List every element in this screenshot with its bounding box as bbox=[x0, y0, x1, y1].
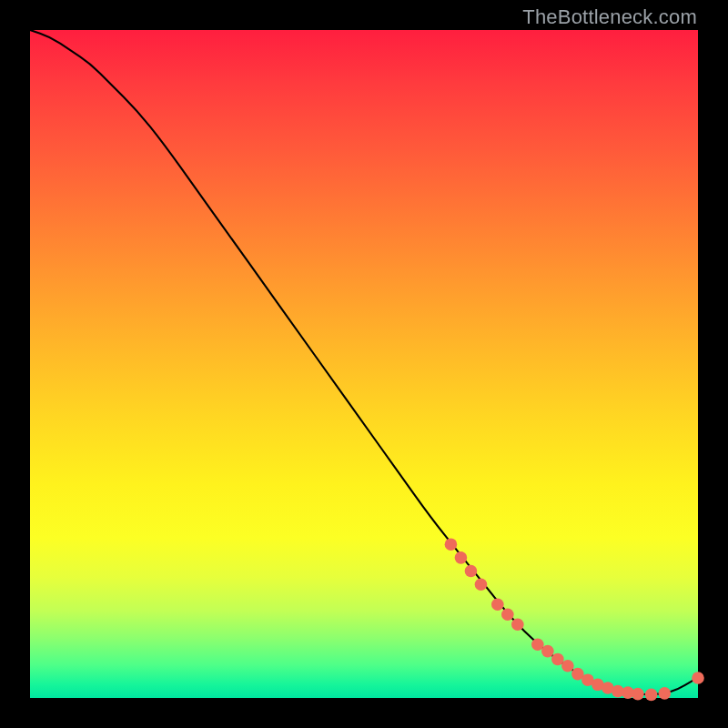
curve-marker bbox=[659, 687, 672, 700]
curve-marker bbox=[475, 578, 488, 591]
chart-svg-layer bbox=[30, 30, 698, 698]
curve-marker bbox=[632, 688, 644, 701]
curve-marker bbox=[511, 618, 524, 631]
curve-marker bbox=[491, 598, 504, 611]
curve-markers bbox=[445, 538, 704, 701]
curve-marker bbox=[455, 551, 468, 564]
curve-marker bbox=[645, 689, 658, 702]
curve-marker bbox=[445, 538, 458, 551]
curve-marker bbox=[465, 565, 478, 578]
curve-marker bbox=[501, 608, 514, 621]
curve-marker bbox=[692, 672, 704, 684]
watermark-text: TheBottleneck.com bbox=[522, 5, 697, 29]
chart-stage: TheBottleneck.com bbox=[0, 0, 728, 728]
curve-marker bbox=[561, 660, 574, 672]
curve-marker bbox=[541, 645, 554, 658]
curve-path bbox=[30, 30, 698, 694]
